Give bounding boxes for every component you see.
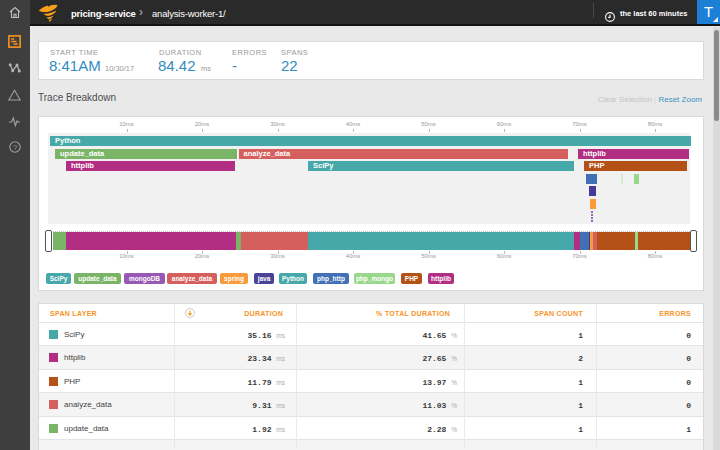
svg-text:?: ?	[13, 143, 17, 152]
